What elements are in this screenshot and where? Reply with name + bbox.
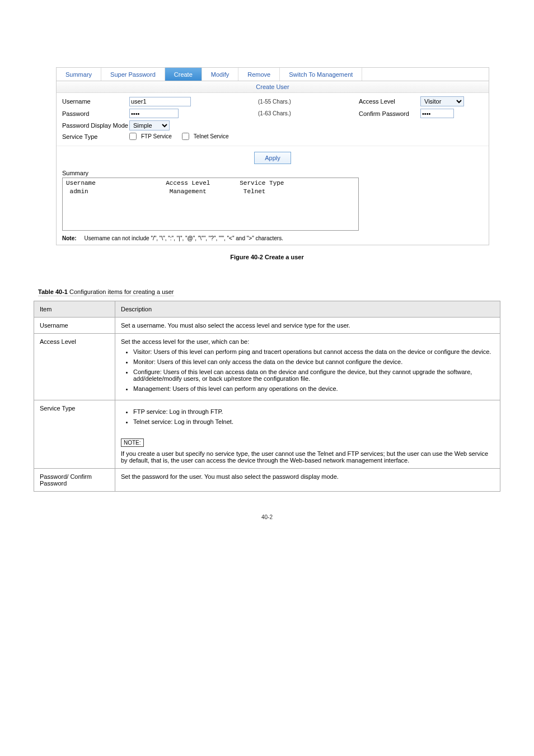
list-item: FTP service: Log in through FTP. xyxy=(133,408,494,415)
note-text: Username can not include "/", "\", ":", … xyxy=(84,235,283,241)
password-input[interactable] xyxy=(129,109,179,118)
password-hint: (1-63 Chars.) xyxy=(258,110,325,116)
password-display-mode-label: Password Display Mode xyxy=(62,122,129,129)
table-row: Access Level Set the access level for th… xyxy=(34,334,500,400)
access-level-label: Access Level xyxy=(359,98,420,105)
tab-create[interactable]: Create xyxy=(165,68,202,81)
desc-cell: Set the password for the user. You must … xyxy=(115,469,500,492)
list-item: Configure: Users of this level can acces… xyxy=(133,368,494,382)
desc-th-item: Item xyxy=(34,301,115,318)
tab-summary[interactable]: Summary xyxy=(57,68,101,81)
apply-button[interactable]: Apply xyxy=(254,152,291,164)
description-table: Item Description Username Set a username… xyxy=(34,301,500,492)
list-item: Monitor: Users of this level can only ac… xyxy=(133,358,494,365)
page-footer: 40-2 xyxy=(34,514,500,520)
list-item: Visitor: Users of this level can perform… xyxy=(133,348,494,355)
access-level-select[interactable]: Visitor xyxy=(420,96,464,106)
ftp-service-label: FTP Service xyxy=(141,133,172,139)
username-input[interactable] xyxy=(129,97,191,106)
tab-switch-to-management[interactable]: Switch To Management xyxy=(280,68,362,81)
table-caption: Table 40-1 Configuration items for creat… xyxy=(38,288,174,296)
create-user-panel: Summary Super Password Create Modify Rem… xyxy=(56,67,489,245)
tab-bar: Summary Super Password Create Modify Rem… xyxy=(57,68,489,81)
password-display-mode-select[interactable]: Simple xyxy=(129,120,170,130)
desc-cell: Set the access level for the user, which… xyxy=(115,334,500,400)
password-label: Password xyxy=(62,110,129,117)
note-row: Note: Username can not include "/", "\",… xyxy=(57,233,489,245)
figure-caption: Figure 40-2 Create a user xyxy=(34,254,500,260)
inline-note-body: If you create a user but specify no serv… xyxy=(121,450,494,464)
table-row: Service Type FTP service: Log in through… xyxy=(34,400,500,469)
item-cell: Password/ Confirm Password xyxy=(34,469,115,492)
confirm-password-input[interactable] xyxy=(420,109,454,118)
confirm-password-label: Confirm Password xyxy=(359,110,420,117)
form-area: Username (1-55 Chars.) Access Level Visi… xyxy=(57,93,489,146)
item-cell: Username xyxy=(34,318,115,334)
username-hint: (1-55 Chars.) xyxy=(258,99,325,105)
tab-modify[interactable]: Modify xyxy=(202,68,238,81)
telnet-service-label: Telnet Service xyxy=(194,133,229,139)
desc-th-desc: Description xyxy=(115,301,500,318)
table-row: Username Set a username. You must also s… xyxy=(34,318,500,334)
service-type-label: Service Type xyxy=(62,133,129,140)
list-item: Telnet service: Log in through Telnet. xyxy=(133,418,494,425)
desc-cell: FTP service: Log in through FTP. Telnet … xyxy=(115,400,500,469)
note-label: Note: xyxy=(62,235,77,241)
username-label: Username xyxy=(62,98,129,105)
tab-remove[interactable]: Remove xyxy=(238,68,280,81)
table-row: Password/ Confirm Password Set the passw… xyxy=(34,469,500,492)
summary-heading: Summary xyxy=(62,170,483,176)
tab-super-password[interactable]: Super Password xyxy=(101,68,165,81)
item-cell: Service Type xyxy=(34,400,115,469)
ftp-service-checkbox[interactable] xyxy=(129,133,137,140)
list-item: Management: Users of this level can perf… xyxy=(133,385,494,392)
summary-output: Username Access Level Service Type admin… xyxy=(62,178,359,231)
inline-note-header: NOTE: xyxy=(121,438,144,447)
desc-cell: Set a username. You must also select the… xyxy=(115,318,500,334)
panel-title: Create User xyxy=(57,81,489,93)
item-cell: Access Level xyxy=(34,334,115,400)
telnet-service-checkbox[interactable] xyxy=(182,133,189,140)
